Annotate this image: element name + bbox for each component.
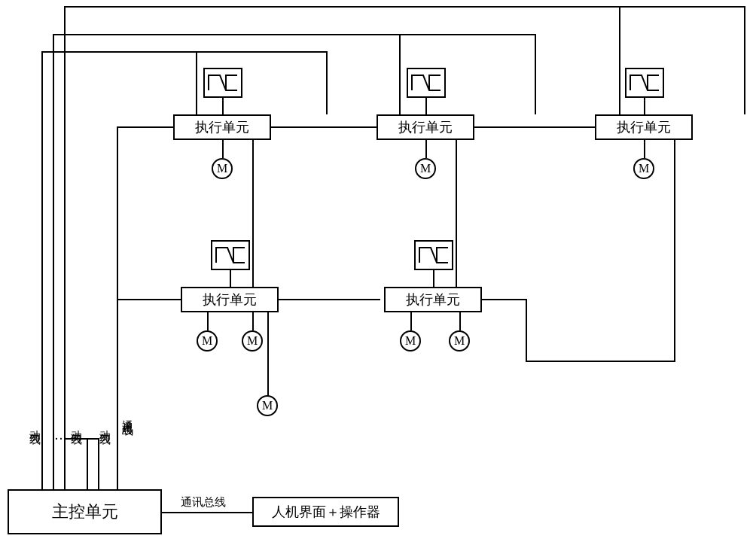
motor-icon: M <box>197 330 218 352</box>
comm-bus-label-h: 通讯总线 <box>181 495 226 510</box>
hmi-block: 人机界面＋操作器 <box>252 497 399 527</box>
motor-label: M <box>454 334 465 348</box>
pwr-drop-e1 <box>196 51 197 114</box>
row2-right-tie <box>482 299 527 300</box>
pwr-drop-e3 <box>619 6 620 114</box>
power-bus-3-right <box>744 6 745 114</box>
e2-m-stub <box>425 140 427 158</box>
comm-bus-main-feed <box>117 299 118 489</box>
exec-unit-label: 执行单元 <box>406 291 460 309</box>
row2-right-tie-v <box>526 299 527 362</box>
power-feed-5 <box>98 438 99 489</box>
power-feed-45-top <box>64 438 99 440</box>
power-bus-1 <box>41 51 328 53</box>
exec-unit-label: 执行单元 <box>617 118 671 136</box>
pwr-tap-e1-down <box>252 140 254 299</box>
exec-unit-label: 执行单元 <box>398 118 453 136</box>
power-line-label-2: 动力线 <box>69 422 84 426</box>
motor-icon: M <box>449 330 470 352</box>
motor-icon: M <box>633 158 654 179</box>
e5-m1-stub <box>410 312 412 330</box>
pwr-tap-e2-down <box>456 140 457 299</box>
e4-m3-line <box>267 312 269 395</box>
sensor-icon <box>625 68 664 98</box>
power-bus-3 <box>64 6 745 8</box>
motor-label: M <box>420 162 431 175</box>
comm-bus-label-vert: 通讯总线 <box>120 411 135 417</box>
sensor4-stub <box>230 270 231 287</box>
sensor3-stub <box>644 98 645 114</box>
power-feed-4 <box>87 438 88 489</box>
exec-unit-4: 执行单元 <box>181 287 279 312</box>
hmi-label: 人机界面＋操作器 <box>272 503 380 521</box>
exec-unit-3: 执行单元 <box>595 114 693 140</box>
sensor1-stub <box>222 98 224 114</box>
e4-m1-stub <box>207 312 209 330</box>
motor-icon: M <box>257 395 278 416</box>
motor-label: M <box>262 399 273 412</box>
exec-unit-label: 执行单元 <box>203 291 257 309</box>
sensor-icon <box>407 68 446 98</box>
power-feed-2 <box>53 34 54 489</box>
sensor-icon <box>211 240 250 270</box>
motor-label: M <box>247 334 258 348</box>
sensor-icon <box>203 68 242 98</box>
motor-icon: M <box>415 158 436 179</box>
ellipsis-label: … <box>54 428 68 443</box>
e1-m-stub <box>222 140 224 158</box>
motor-label: M <box>405 334 416 348</box>
motor-icon: M <box>400 330 421 352</box>
e5-m2-stub <box>459 312 461 330</box>
motor-label: M <box>202 334 212 348</box>
exec-unit-label: 执行单元 <box>195 118 249 136</box>
comm-bus-drop-left <box>117 126 118 299</box>
power-bus-1-right <box>326 51 328 114</box>
motor-icon: M <box>212 158 233 179</box>
exec-unit-1: 执行单元 <box>173 114 271 140</box>
main-controller-label: 主控单元 <box>52 501 118 523</box>
e3-m-stub <box>644 140 645 158</box>
main-controller: 主控单元 <box>8 489 162 534</box>
sensor-icon <box>414 240 453 270</box>
pwr-tap-e3-down <box>674 140 675 362</box>
exec-unit-2: 执行单元 <box>376 114 474 140</box>
power-bus-2 <box>53 34 536 35</box>
pwr-drop-e2 <box>399 34 401 114</box>
sensor5-stub <box>433 270 434 287</box>
power-line-label-1: 动力线 <box>28 422 42 426</box>
power-bus-2-right <box>535 34 536 114</box>
motor-label: M <box>639 162 649 175</box>
pwr-tap-e3-h <box>527 361 675 362</box>
exec-unit-5: 执行单元 <box>384 287 482 312</box>
power-feed-3 <box>64 6 66 489</box>
main-to-hmi-line <box>162 512 252 513</box>
sensor2-stub <box>425 98 427 114</box>
motor-label: M <box>217 162 227 175</box>
motor-icon: M <box>242 330 263 352</box>
power-line-label-3: 动力线 <box>98 422 112 426</box>
e4-m2-stub <box>252 312 254 330</box>
